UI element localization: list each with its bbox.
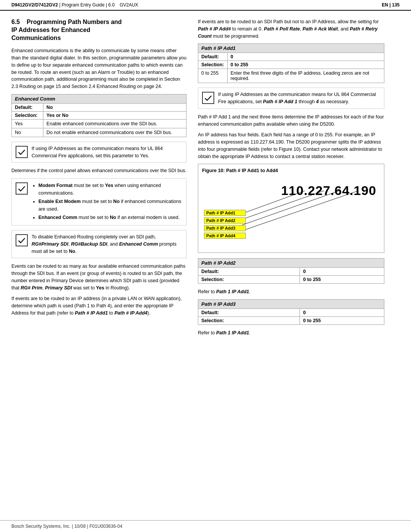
- ip-label-3: Path # IP Add3: [204, 225, 246, 231]
- path-ip-add2-header: Path # IP Add2: [198, 259, 384, 268]
- checkbox-icon-1: [16, 146, 28, 158]
- figure-title: Figure 10: Path # IP Add1 to Add4: [202, 168, 380, 173]
- path1-selection-value: 0 to 255: [227, 61, 384, 69]
- section-heading: 6.5 Programming Path Numbers andIP Addre…: [11, 18, 186, 42]
- ip-label-4: Path # IP Add4: [204, 233, 246, 239]
- header-guide: Program Entry Guide | 6.0: [62, 2, 115, 8]
- note-text-3: If using IP Addresses as the communicati…: [218, 91, 380, 105]
- header-page: 135: [392, 2, 400, 8]
- path1-row-value: Enter the first three digits of the IP a…: [227, 69, 384, 83]
- note-box-2: To disable Enhanced Routing completely o…: [11, 230, 186, 258]
- right-intro-text: If events are to be routed to an SDI Pat…: [198, 18, 384, 40]
- determines-text: Determines if the control panel allows e…: [11, 167, 186, 174]
- path-ip-add3-table: Path # IP Add3 Default: 0 Selection: 0 t…: [198, 299, 384, 325]
- path3-selection-value: 0 to 255: [300, 317, 384, 325]
- path-ip-add2-table: Path # IP Add2 Default: 0 Selection: 0 t…: [198, 258, 384, 284]
- note-text-2: To disable Enhanced Routing completely o…: [32, 233, 182, 255]
- section-number: 6.5: [11, 19, 20, 25]
- selection-value: Yes or No: [43, 111, 186, 119]
- header-product: GV2AUX: [119, 2, 138, 8]
- svg-line-3: [242, 191, 358, 231]
- page-header: D9412GV2/D7412GV2 | Program Entry Guide …: [0, 0, 411, 11]
- note-box-1: If using IP Addresses as the communicati…: [11, 142, 186, 163]
- left-column: 6.5 Programming Path Numbers andIP Addre…: [11, 18, 186, 513]
- path3-selection-label: Selection:: [198, 317, 300, 325]
- path1-selection-label: Selection:: [198, 61, 228, 69]
- path2-refer-text: Refer to Path 1 IP Add1.: [198, 288, 384, 296]
- checkbox-icon-4: [202, 92, 214, 104]
- intro-text: Enhanced communications is the ability t…: [11, 47, 186, 90]
- enhanced-comm-header: Enhanced Comm: [12, 94, 186, 103]
- path-ip-add1-header: Path # IP Add1: [198, 44, 384, 53]
- path2-default-label: Default:: [198, 268, 300, 276]
- selection-label: Selection:: [12, 111, 43, 119]
- path2-default-value: 0: [300, 268, 384, 276]
- path2-selection-label: Selection:: [198, 276, 300, 284]
- bullet-item-2: Enable Ext Modem must be set to No if en…: [38, 198, 182, 213]
- footer-text: Bosch Security Systems, Inc. | 10/08 | F…: [11, 524, 123, 529]
- ip-label-2: Path # IP Add2: [204, 217, 246, 224]
- bullet-note: Modem Format must be set to Yes when usi…: [11, 178, 186, 225]
- row-no-key: No: [12, 128, 43, 137]
- figure-box: Figure 10: Path # IP Add1 to Add4 110.22…: [198, 164, 384, 253]
- path-ip-add1-table: Path # IP Add1 Default: 0 Selection: 0 t…: [198, 43, 384, 83]
- row-yes-key: Yes: [12, 119, 43, 128]
- ip-label-stack: Path # IP Add1 Path # IP Add2 Path # IP …: [204, 210, 246, 239]
- svg-line-1: [242, 191, 324, 219]
- ip-desc: An IP address has four fields. Each fiel…: [198, 131, 384, 160]
- bullet-list: Modem Format must be set to Yes when usi…: [32, 182, 182, 222]
- path1-default-value: 0: [227, 53, 384, 61]
- path3-default-label: Default:: [198, 309, 300, 317]
- default-value: No: [43, 103, 186, 111]
- bullet-item-3: Enhanced Comm must be set to No if an ex…: [38, 214, 182, 221]
- figure-content: 110.227.64.190: [202, 176, 380, 249]
- path-ip-add3-header: Path # IP Add3: [198, 300, 384, 309]
- path3-default-value: 0: [300, 309, 384, 317]
- path-add1-desc: Path # IP Add 1 and the next three items…: [198, 113, 384, 128]
- note-text-1: If using IP Addresses as the communicati…: [32, 145, 182, 160]
- header-left: D9412GV2/D7412GV2 | Program Entry Guide …: [11, 2, 138, 8]
- note-box-3: If using IP Addresses as the communicati…: [198, 88, 384, 109]
- path1-default-label: Default:: [198, 53, 228, 61]
- header-pipe: |: [389, 2, 392, 8]
- row-no-value: Do not enable enhanced communications ov…: [43, 128, 186, 137]
- path1-row-key: 0 to 255: [198, 69, 228, 83]
- content-area: 6.5 Programming Path Numbers andIP Addre…: [0, 11, 411, 520]
- header-right: EN | 135: [382, 2, 400, 8]
- path2-selection-value: 0 to 255: [300, 276, 384, 284]
- events-text-2: If events are to be routed to an IP addr…: [11, 295, 186, 316]
- svg-line-0: [242, 191, 305, 214]
- path3-refer-text: Refer to Path 1 IP Add1.: [198, 329, 384, 337]
- page-footer: Bosch Security Systems, Inc. | 10/08 | F…: [0, 520, 411, 532]
- default-label: Default:: [12, 103, 43, 111]
- row-yes-value: Enable enhanced communications over the …: [43, 119, 186, 128]
- ip-label-1: Path # IP Add1: [204, 210, 246, 216]
- events-text-1: Events can be routed to as many as four …: [11, 263, 186, 291]
- right-column: If events are to be routed to an SDI Pat…: [198, 18, 384, 513]
- checkbox-icon-2: [16, 182, 28, 195]
- section-title: Programming Path Numbers andIP Addresses…: [11, 19, 122, 41]
- enhanced-comm-table: Enhanced Comm Default: No Selection: Yes…: [11, 94, 186, 137]
- header-lang: EN: [382, 2, 388, 8]
- model-text: D9412GV2/D7412GV2: [11, 2, 58, 8]
- page-wrapper: D9412GV2/D7412GV2 | Program Entry Guide …: [0, 0, 411, 532]
- checkbox-icon-3: [16, 234, 28, 246]
- bullet-item-1: Modem Format must be set to Yes when usi…: [38, 182, 182, 197]
